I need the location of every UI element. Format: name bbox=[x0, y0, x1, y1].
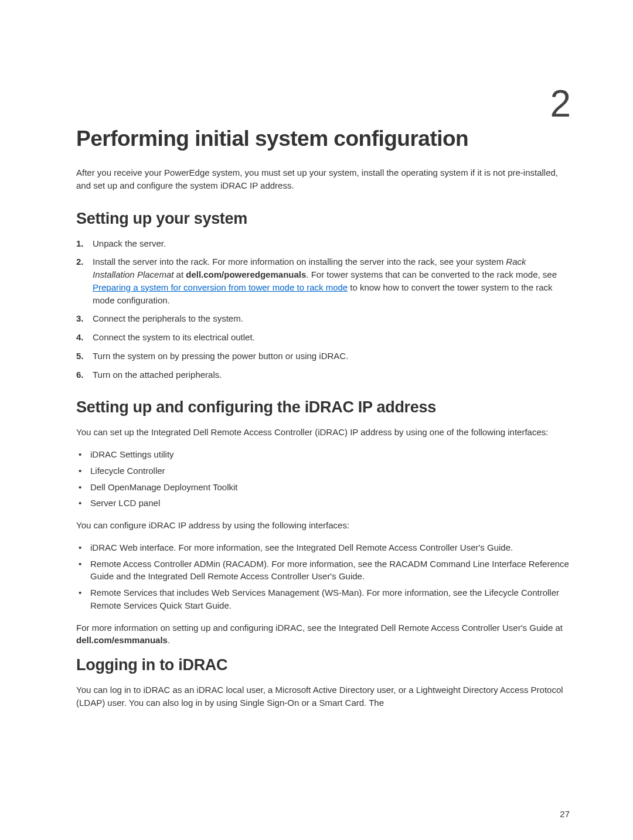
step-3: 3. Connect the peripherals to the system… bbox=[76, 312, 570, 325]
login-text: You can log in to iDRAC as an iDRAC loca… bbox=[76, 684, 570, 709]
idrac-configure-interfaces-list: iDRAC Web interface. For more informatio… bbox=[76, 541, 570, 612]
idrac-intro: You can set up the Integrated Dell Remot… bbox=[76, 426, 570, 439]
step-number: 5. bbox=[76, 350, 84, 363]
step-number: 4. bbox=[76, 331, 84, 344]
list-item: Server LCD panel bbox=[76, 497, 570, 510]
step-text-mid1: at bbox=[173, 269, 186, 279]
step-text: Connect the peripherals to the system. bbox=[93, 313, 243, 323]
list-item: iDRAC Settings utility bbox=[76, 448, 570, 461]
step-text-mid2: . For tower systems that can be converte… bbox=[306, 269, 557, 279]
step-text: Turn on the attached peripherals. bbox=[93, 370, 222, 380]
idrac-setup-interfaces-list: iDRAC Settings utility Lifecycle Control… bbox=[76, 448, 570, 510]
step-text: Turn the system on by pressing the power… bbox=[93, 351, 348, 361]
step-number: 1. bbox=[76, 237, 84, 250]
step-5: 5. Turn the system on by pressing the po… bbox=[76, 350, 570, 363]
rack-conversion-link[interactable]: Preparing a system for conversion from t… bbox=[93, 282, 348, 292]
section-heading-setup-system: Setting up your system bbox=[76, 210, 570, 228]
step-number: 3. bbox=[76, 312, 84, 325]
step-text-bold: dell.com/poweredgemanuals bbox=[186, 269, 306, 279]
outro-bold: dell.com/esmmanuals bbox=[76, 635, 168, 645]
list-item: Lifecycle Controller bbox=[76, 465, 570, 477]
section-heading-idrac-ip: Setting up and configuring the iDRAC IP … bbox=[76, 398, 570, 416]
step-4: 4. Connect the system to its electrical … bbox=[76, 331, 570, 344]
step-text: Unpack the server. bbox=[93, 238, 166, 248]
outro-suffix: . bbox=[168, 635, 170, 645]
step-2: 2. Install the server into the rack. For… bbox=[76, 255, 570, 306]
idrac-configure-intro: You can configure iDRAC IP address by us… bbox=[76, 519, 570, 532]
list-item: Dell OpenManage Deployment Toolkit bbox=[76, 481, 570, 494]
page-number: 27 bbox=[560, 809, 570, 819]
step-number: 6. bbox=[76, 368, 84, 381]
idrac-more-info: For more information on setting up and c… bbox=[76, 622, 570, 647]
chapter-intro: After you receive your PowerEdge system,… bbox=[76, 166, 570, 192]
section-heading-logging-in: Logging in to iDRAC bbox=[76, 656, 570, 674]
list-item: iDRAC Web interface. For more informatio… bbox=[76, 541, 570, 554]
list-item: Remote Access Controller ADMin (RACADM).… bbox=[76, 558, 570, 583]
step-text-prefix: Install the server into the rack. For mo… bbox=[93, 257, 506, 267]
outro-prefix: For more information on setting up and c… bbox=[76, 623, 563, 633]
step-text: Connect the system to its electrical out… bbox=[93, 332, 255, 342]
step-1: 1. Unpack the server. bbox=[76, 237, 570, 250]
step-6: 6. Turn on the attached peripherals. bbox=[76, 368, 570, 381]
step-number: 2. bbox=[76, 255, 84, 268]
chapter-number: 2 bbox=[76, 82, 570, 125]
list-item: Remote Services that includes Web Servic… bbox=[76, 586, 570, 612]
chapter-title: Performing initial system configuration bbox=[76, 127, 570, 151]
setup-steps-list: 1. Unpack the server. 2. Install the ser… bbox=[76, 237, 570, 381]
